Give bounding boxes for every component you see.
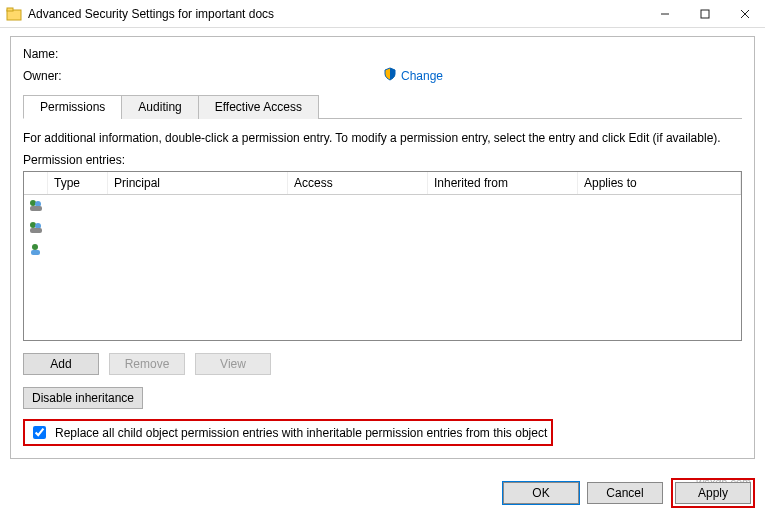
change-owner-link[interactable]: Change — [401, 69, 443, 83]
permission-entries-grid[interactable]: Type Principal Access Inherited from App… — [23, 171, 742, 341]
tab-permissions[interactable]: Permissions — [23, 95, 122, 119]
replace-children-label: Replace all child object permission entr… — [55, 426, 547, 440]
svg-rect-1 — [7, 8, 13, 11]
add-button[interactable]: Add — [23, 353, 99, 375]
user-icon — [28, 242, 44, 259]
svg-point-12 — [32, 244, 38, 250]
footer-buttons: OK Cancel Apply — [503, 478, 755, 508]
svg-point-9 — [30, 222, 36, 228]
grid-header-blank — [24, 172, 48, 194]
tab-auditing[interactable]: Auditing — [121, 95, 198, 119]
apply-button[interactable]: Apply — [675, 482, 751, 504]
disable-inheritance-button[interactable]: Disable inheritance — [23, 387, 143, 409]
table-row[interactable] — [24, 195, 741, 217]
svg-rect-11 — [30, 228, 42, 233]
apply-highlight: Apply — [671, 478, 755, 508]
svg-rect-8 — [30, 206, 42, 211]
close-button[interactable] — [725, 0, 765, 28]
grid-header-inherited[interactable]: Inherited from — [428, 172, 578, 194]
replace-checkbox-row: Replace all child object permission entr… — [23, 419, 553, 446]
table-row[interactable] — [24, 217, 741, 239]
folder-icon — [6, 6, 22, 22]
ok-button[interactable]: OK — [503, 482, 579, 504]
svg-rect-3 — [701, 10, 709, 18]
grid-header: Type Principal Access Inherited from App… — [24, 172, 741, 195]
cancel-button[interactable]: Cancel — [587, 482, 663, 504]
svg-point-6 — [30, 200, 36, 206]
group-icon — [28, 220, 44, 237]
group-icon — [28, 198, 44, 215]
minimize-button[interactable] — [645, 0, 685, 28]
remove-button[interactable]: Remove — [109, 353, 185, 375]
window-title: Advanced Security Settings for important… — [28, 7, 645, 21]
content-pane: Name: Owner: Change Permissions Auditing… — [10, 36, 755, 459]
view-button[interactable]: View — [195, 353, 271, 375]
owner-label: Owner: — [23, 69, 83, 83]
table-row[interactable] — [24, 239, 741, 261]
grid-header-type[interactable]: Type — [48, 172, 108, 194]
entries-label: Permission entries: — [23, 153, 742, 167]
titlebar: Advanced Security Settings for important… — [0, 0, 765, 28]
grid-header-applies[interactable]: Applies to — [578, 172, 741, 194]
svg-rect-13 — [31, 250, 40, 255]
grid-header-principal[interactable]: Principal — [108, 172, 288, 194]
shield-icon — [383, 67, 397, 84]
tab-strip: Permissions Auditing Effective Access — [23, 94, 742, 119]
tab-effective-access[interactable]: Effective Access — [198, 95, 319, 119]
replace-children-checkbox[interactable] — [33, 426, 46, 439]
info-text: For additional information, double-click… — [23, 131, 742, 145]
grid-body — [24, 195, 741, 261]
grid-header-access[interactable]: Access — [288, 172, 428, 194]
name-label: Name: — [23, 47, 83, 61]
maximize-button[interactable] — [685, 0, 725, 28]
